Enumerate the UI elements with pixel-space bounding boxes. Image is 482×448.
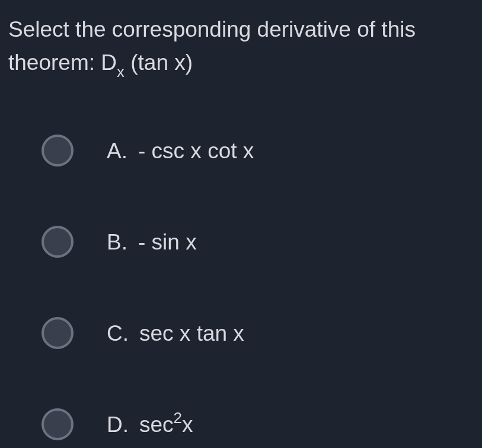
question-text: Select the corresponding derivative of t… <box>8 13 474 81</box>
option-b[interactable]: B. - sin x <box>42 226 474 258</box>
question-prefix: Select the corresponding derivative of t… <box>8 17 416 75</box>
option-c[interactable]: C. sec x tan x <box>42 317 474 349</box>
option-b-letter: B. <box>107 230 127 255</box>
option-c-label: C. sec x tan x <box>107 319 244 346</box>
option-d[interactable]: D. sec2x <box>42 408 474 440</box>
option-a-text: - csc x cot x <box>138 137 254 164</box>
option-a-label: A. - csc x cot x <box>107 137 254 164</box>
option-a[interactable]: A. - csc x cot x <box>42 135 474 167</box>
radio-c[interactable] <box>42 317 74 349</box>
option-c-letter: C. <box>107 321 129 346</box>
option-d-letter: D. <box>107 412 129 437</box>
radio-d[interactable] <box>42 408 74 440</box>
option-c-text: sec x tan x <box>139 319 244 346</box>
options-container: A. - csc x cot x B. - sin x C. sec x tan… <box>8 135 474 440</box>
radio-a[interactable] <box>42 135 74 167</box>
option-b-text: - sin x <box>138 228 197 255</box>
option-b-label: B. - sin x <box>107 228 197 255</box>
question-subscript: x <box>117 63 125 80</box>
radio-b[interactable] <box>42 226 74 258</box>
option-a-letter: A. <box>107 139 127 164</box>
option-d-text: sec2x <box>139 411 193 437</box>
question-suffix: (tan x) <box>125 50 193 75</box>
option-d-label: D. sec2x <box>107 411 193 437</box>
